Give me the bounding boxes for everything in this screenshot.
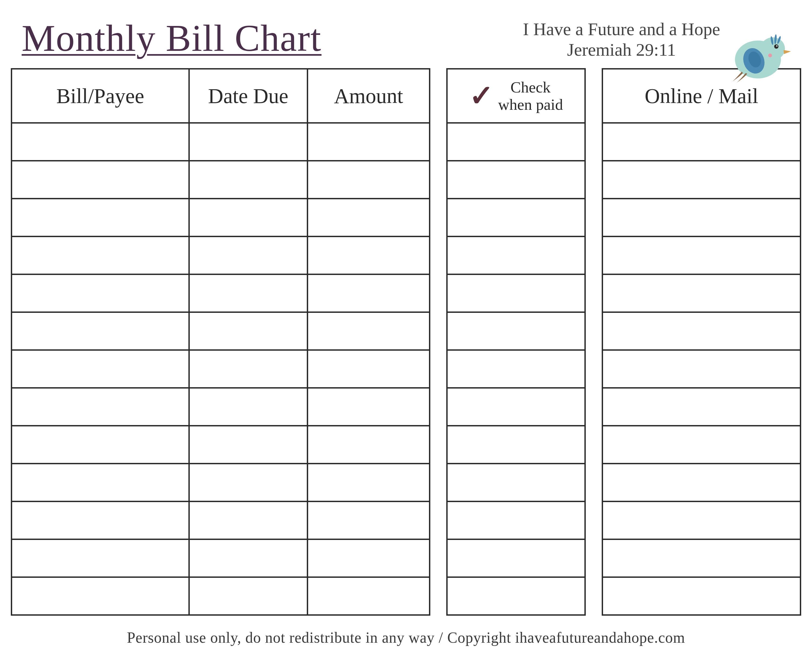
table-row	[12, 312, 801, 350]
cell-online-mail[interactable]	[603, 123, 801, 161]
cell-check-when-paid[interactable]	[447, 426, 585, 464]
cell-check-when-paid[interactable]	[447, 540, 585, 577]
cell-amount[interactable]	[307, 237, 429, 274]
cell-amount[interactable]	[307, 312, 429, 350]
gap	[430, 540, 447, 577]
cell-bill-payee[interactable]	[12, 350, 189, 388]
svg-point-9	[768, 54, 772, 57]
gap	[585, 388, 603, 426]
cell-online-mail[interactable]	[603, 502, 801, 540]
cell-amount[interactable]	[307, 388, 429, 426]
cell-check-when-paid[interactable]	[447, 237, 585, 274]
cell-online-mail[interactable]	[603, 426, 801, 464]
cell-check-when-paid[interactable]	[447, 502, 585, 540]
cell-online-mail[interactable]	[603, 312, 801, 350]
gap	[430, 274, 447, 312]
bird-icon	[725, 24, 796, 84]
cell-bill-payee[interactable]	[12, 161, 189, 199]
cell-online-mail[interactable]	[603, 388, 801, 426]
cell-amount[interactable]	[307, 274, 429, 312]
cell-bill-payee[interactable]	[12, 540, 189, 577]
cell-date-due[interactable]	[189, 161, 307, 199]
cell-bill-payee[interactable]	[12, 426, 189, 464]
cell-bill-payee[interactable]	[12, 388, 189, 426]
cell-bill-payee[interactable]	[12, 123, 189, 161]
svg-point-4	[774, 44, 778, 49]
cell-date-due[interactable]	[189, 540, 307, 577]
cell-bill-payee[interactable]	[12, 312, 189, 350]
cell-bill-payee[interactable]	[12, 237, 189, 274]
cell-date-due[interactable]	[189, 199, 307, 237]
cell-date-due[interactable]	[189, 426, 307, 464]
cell-amount[interactable]	[307, 199, 429, 237]
cell-online-mail[interactable]	[603, 274, 801, 312]
cell-online-mail[interactable]	[603, 161, 801, 199]
table-row	[12, 123, 801, 161]
cell-date-due[interactable]	[189, 502, 307, 540]
check-line1: Check	[511, 78, 551, 96]
cell-amount[interactable]	[307, 540, 429, 577]
table-row	[12, 161, 801, 199]
table-row	[12, 464, 801, 502]
gap	[585, 350, 603, 388]
cell-bill-payee[interactable]	[12, 502, 189, 540]
cell-amount[interactable]	[307, 464, 429, 502]
cell-amount[interactable]	[307, 426, 429, 464]
cell-bill-payee[interactable]	[12, 464, 189, 502]
checkmark-icon: ✓	[469, 81, 494, 110]
cell-check-when-paid[interactable]	[447, 464, 585, 502]
table-row	[12, 502, 801, 540]
cell-amount[interactable]	[307, 161, 429, 199]
gap	[585, 426, 603, 464]
gap	[585, 464, 603, 502]
col-check-when-paid: ✓ Check when paid	[447, 69, 585, 123]
cell-check-when-paid[interactable]	[447, 274, 585, 312]
cell-online-mail[interactable]	[603, 350, 801, 388]
cell-bill-payee[interactable]	[12, 577, 189, 615]
cell-bill-payee[interactable]	[12, 274, 189, 312]
table-row	[12, 350, 801, 388]
table-row	[12, 577, 801, 615]
cell-check-when-paid[interactable]	[447, 161, 585, 199]
cell-amount[interactable]	[307, 502, 429, 540]
gap	[430, 69, 447, 123]
cell-date-due[interactable]	[189, 388, 307, 426]
gap	[430, 464, 447, 502]
gap	[430, 199, 447, 237]
bill-table: Bill/Payee Date Due Amount ✓ Check when …	[11, 68, 801, 616]
gap	[585, 237, 603, 274]
cell-online-mail[interactable]	[603, 464, 801, 502]
cell-amount[interactable]	[307, 123, 429, 161]
cell-amount[interactable]	[307, 577, 429, 615]
cell-date-due[interactable]	[189, 237, 307, 274]
quote-line2: Jeremiah 29:11	[523, 40, 720, 60]
cell-date-due[interactable]	[189, 312, 307, 350]
col-amount: Amount	[307, 69, 429, 123]
cell-check-when-paid[interactable]	[447, 388, 585, 426]
cell-amount[interactable]	[307, 350, 429, 388]
cell-date-due[interactable]	[189, 464, 307, 502]
cell-online-mail[interactable]	[603, 540, 801, 577]
cell-date-due[interactable]	[189, 274, 307, 312]
cell-bill-payee[interactable]	[12, 199, 189, 237]
cell-date-due[interactable]	[189, 123, 307, 161]
check-line2: when paid	[498, 96, 563, 113]
cell-check-when-paid[interactable]	[447, 577, 585, 615]
cell-date-due[interactable]	[189, 350, 307, 388]
table-row	[12, 199, 801, 237]
cell-date-due[interactable]	[189, 577, 307, 615]
cell-online-mail[interactable]	[603, 577, 801, 615]
cell-check-when-paid[interactable]	[447, 123, 585, 161]
cell-check-when-paid[interactable]	[447, 312, 585, 350]
cell-online-mail[interactable]	[603, 237, 801, 274]
col-date-due: Date Due	[189, 69, 307, 123]
cell-check-when-paid[interactable]	[447, 199, 585, 237]
cell-online-mail[interactable]	[603, 199, 801, 237]
table-row	[12, 388, 801, 426]
gap	[430, 502, 447, 540]
svg-point-5	[776, 46, 778, 47]
table-row	[12, 426, 801, 464]
table-row	[12, 237, 801, 274]
cell-check-when-paid[interactable]	[447, 350, 585, 388]
gap	[430, 312, 447, 350]
